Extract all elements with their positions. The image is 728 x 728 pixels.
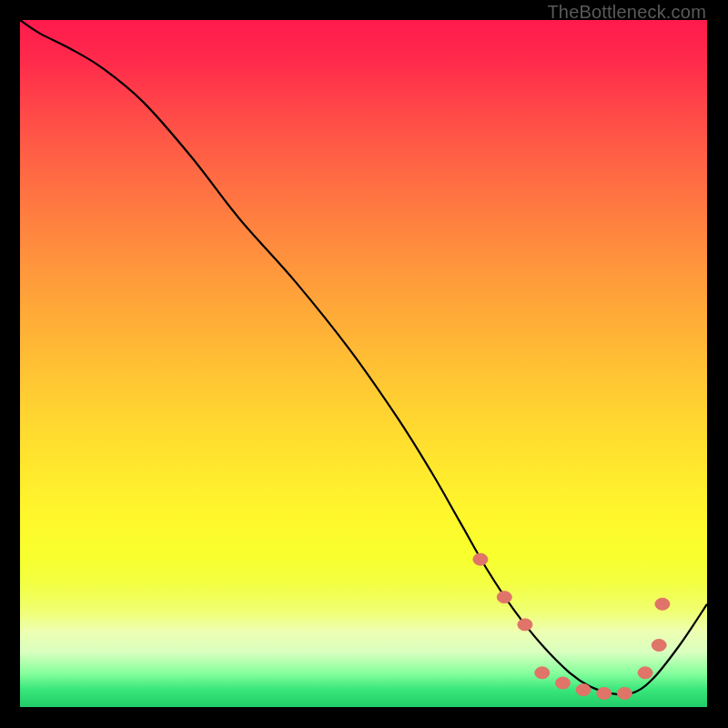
curve-marker xyxy=(617,687,632,699)
curve-markers xyxy=(473,553,670,699)
curve-marker xyxy=(597,687,612,699)
chart-plot-area xyxy=(20,20,707,707)
chart-svg xyxy=(20,20,707,707)
curve-marker xyxy=(655,598,670,610)
curve-marker xyxy=(497,592,511,603)
curve-marker xyxy=(638,667,652,679)
curve-marker xyxy=(535,667,550,679)
curve-marker xyxy=(652,640,666,652)
curve-marker xyxy=(473,553,488,565)
curve-marker xyxy=(576,684,591,696)
bottleneck-curve xyxy=(20,20,707,694)
watermark-text: TheBottleneck.com xyxy=(547,2,706,23)
curve-marker xyxy=(518,619,532,631)
curve-marker xyxy=(556,677,571,689)
